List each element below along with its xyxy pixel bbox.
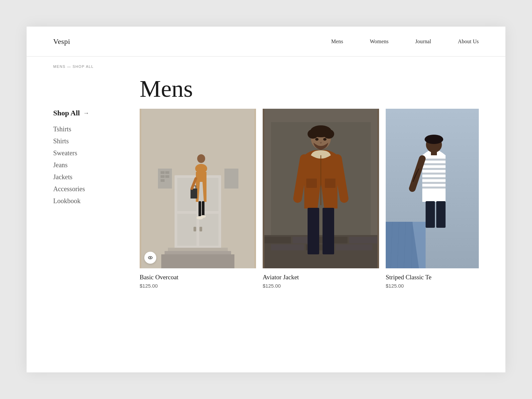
svg-rect-6 <box>194 227 196 231</box>
svg-rect-10 <box>161 254 234 268</box>
svg-rect-57 <box>422 187 446 189</box>
product-info-overcoat: Basic Overcoat $125.00 <box>140 268 256 289</box>
svg-rect-45 <box>306 179 317 188</box>
svg-rect-46 <box>325 179 335 188</box>
shop-all-link[interactable]: Shop All → <box>53 109 133 117</box>
svg-point-40 <box>308 129 318 139</box>
category-sidebar: Shop All → Tshirts Shirts Sweaters Jeans… <box>53 109 140 289</box>
category-jackets[interactable]: Jackets <box>53 172 133 182</box>
svg-rect-52 <box>422 163 446 165</box>
svg-rect-51 <box>422 159 446 161</box>
product-card-aviator[interactable]: Aviator Jacket $125.00 <box>263 109 379 289</box>
product-info-striped-tee: Striped Classic Te $125.00 <box>386 268 479 289</box>
svg-rect-62 <box>436 201 446 228</box>
svg-rect-13 <box>161 175 165 178</box>
category-tshirts[interactable]: Tshirts <box>53 124 133 134</box>
svg-rect-55 <box>422 177 446 179</box>
product-name-overcoat: Basic Overcoat <box>140 274 256 281</box>
site-header: Vespi Mens Womens Journal About Us <box>27 27 505 57</box>
svg-point-19 <box>195 164 207 173</box>
svg-point-24 <box>200 215 206 218</box>
category-shirts[interactable]: Shirts <box>53 136 133 146</box>
nav-item-journal[interactable]: Journal <box>415 39 431 45</box>
svg-rect-47 <box>308 208 319 254</box>
svg-rect-31 <box>264 237 291 243</box>
svg-point-59 <box>425 135 443 144</box>
svg-rect-35 <box>271 244 304 250</box>
nav-item-womens[interactable]: Womens <box>370 39 389 45</box>
product-card-overcoat[interactable]: Basic Overcoat $125.00 <box>140 109 256 289</box>
arrow-icon: → <box>83 110 89 117</box>
product-image-overcoat <box>140 109 256 268</box>
svg-rect-48 <box>323 208 334 254</box>
svg-rect-16 <box>165 175 169 178</box>
product-name-aviator: Aviator Jacket <box>263 274 379 281</box>
nav-item-about[interactable]: About Us <box>458 39 479 45</box>
product-price-overcoat: $125.00 <box>140 283 256 289</box>
category-list: Tshirts Shirts Sweaters Jeans Jackets Ac… <box>53 124 133 206</box>
product-price-striped-tee: $125.00 <box>386 283 479 289</box>
page-title: Mens <box>140 76 479 102</box>
svg-rect-56 <box>422 182 446 184</box>
nav-item-mens[interactable]: Mens <box>331 39 343 45</box>
category-accessories[interactable]: Accessories <box>53 184 133 194</box>
svg-rect-12 <box>161 171 165 174</box>
svg-rect-14 <box>161 179 165 182</box>
svg-rect-17 <box>224 169 238 189</box>
svg-rect-60 <box>431 150 437 155</box>
svg-point-26 <box>150 257 151 258</box>
svg-point-41 <box>324 129 334 139</box>
product-info-aviator: Aviator Jacket $125.00 <box>263 268 379 289</box>
site-logo[interactable]: Vespi <box>53 37 70 46</box>
svg-rect-61 <box>426 201 435 228</box>
svg-point-42 <box>315 138 319 141</box>
svg-rect-7 <box>200 227 202 231</box>
svg-rect-21 <box>199 201 201 218</box>
svg-rect-15 <box>165 171 169 174</box>
product-image-aviator <box>263 109 379 268</box>
svg-rect-53 <box>422 168 446 170</box>
svg-point-20 <box>197 154 205 163</box>
category-lookbook[interactable]: Lookbook <box>53 196 133 206</box>
product-card-striped-tee[interactable]: Striped Classic Te $125.00 <box>386 109 479 289</box>
shop-all-label[interactable]: Shop All <box>53 109 80 117</box>
main-nav: Mens Womens Journal About Us <box>331 39 479 45</box>
breadcrumb: MENS — SHOP ALL <box>27 57 505 69</box>
products-grid: Basic Overcoat $125.00 <box>140 109 479 289</box>
product-price-aviator: $125.00 <box>263 283 379 289</box>
product-name-striped-tee: Striped Classic Te <box>386 274 479 281</box>
svg-rect-22 <box>202 201 204 216</box>
category-sweaters[interactable]: Sweaters <box>53 148 133 158</box>
quick-view-button-overcoat[interactable] <box>144 252 156 264</box>
svg-point-43 <box>323 138 327 141</box>
product-image-striped-tee <box>386 109 479 268</box>
svg-rect-11 <box>158 169 172 189</box>
svg-rect-34 <box>349 237 377 243</box>
category-jeans[interactable]: Jeans <box>53 160 133 170</box>
svg-rect-54 <box>422 173 446 175</box>
svg-rect-37 <box>336 244 372 250</box>
